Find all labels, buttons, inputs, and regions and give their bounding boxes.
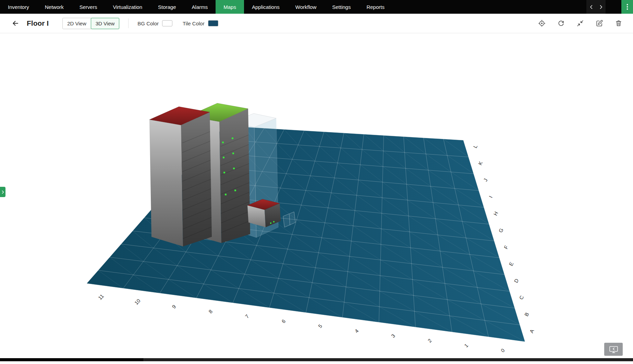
overflow-menu-button[interactable] bbox=[621, 0, 633, 14]
rack-tall-1 bbox=[149, 107, 212, 246]
svg-text:D: D bbox=[513, 278, 520, 283]
svg-text:6: 6 bbox=[280, 318, 287, 324]
vertical-ellipsis-icon bbox=[626, 4, 628, 10]
svg-text:3: 3 bbox=[390, 333, 396, 339]
svg-text:C: C bbox=[518, 294, 525, 300]
fit-screen-icon bbox=[576, 20, 584, 27]
floor-map-canvas[interactable]: 11109876543210ABCDEFGHIJKL bbox=[0, 33, 633, 361]
horizontal-scrollbar[interactable] bbox=[0, 358, 633, 361]
rack-small-1 bbox=[247, 199, 281, 227]
svg-text:I: I bbox=[488, 195, 494, 198]
nav-item-alarms[interactable]: Alarms bbox=[184, 0, 216, 14]
edit-button[interactable] bbox=[594, 18, 605, 29]
tile-color-swatch[interactable] bbox=[208, 20, 218, 26]
svg-text:L: L bbox=[472, 144, 478, 149]
nav-item-storage[interactable]: Storage bbox=[150, 0, 184, 14]
svg-text:J: J bbox=[482, 178, 489, 182]
svg-text:G: G bbox=[497, 227, 504, 233]
nav-item-workflow[interactable]: Workflow bbox=[288, 0, 324, 14]
bg-color-label: BG Color bbox=[137, 21, 159, 26]
rotate-button[interactable] bbox=[536, 18, 547, 29]
fit-screen-button[interactable] bbox=[575, 18, 586, 29]
svg-text:4: 4 bbox=[353, 328, 360, 334]
delete-button[interactable] bbox=[613, 18, 624, 29]
svg-text:E: E bbox=[508, 261, 515, 267]
toolbar-actions bbox=[536, 18, 624, 29]
svg-text:1: 1 bbox=[463, 342, 469, 349]
nav-item-reports[interactable]: Reports bbox=[358, 0, 392, 14]
toggle-2d-view[interactable]: 2D View bbox=[62, 18, 91, 29]
back-button[interactable] bbox=[9, 17, 22, 30]
view-toggle: 2D View3D View bbox=[62, 18, 119, 29]
nav-item-settings[interactable]: Settings bbox=[324, 0, 358, 14]
toolbar-divider bbox=[128, 19, 129, 28]
refresh-button[interactable] bbox=[556, 18, 567, 29]
chevron-right-icon bbox=[1, 190, 4, 194]
nav-item-maps[interactable]: Maps bbox=[216, 0, 244, 14]
nav-item-network[interactable]: Network bbox=[37, 0, 72, 14]
nav-menu: InventoryNetworkServersVirtualizationSto… bbox=[0, 0, 392, 14]
svg-text:2: 2 bbox=[427, 338, 433, 344]
chevron-left-icon bbox=[589, 5, 594, 9]
svg-text:7: 7 bbox=[244, 313, 250, 319]
chevron-right-icon bbox=[599, 5, 603, 9]
delete-icon bbox=[615, 20, 622, 27]
scrollbar-thumb[interactable] bbox=[0, 358, 144, 361]
svg-text:B: B bbox=[523, 312, 530, 317]
monitor-icon bbox=[609, 345, 618, 353]
bg-color-swatch[interactable] bbox=[162, 20, 172, 26]
nav-prev-button[interactable] bbox=[586, 0, 596, 14]
top-nav: InventoryNetworkServersVirtualizationSto… bbox=[0, 0, 633, 14]
display-view-button[interactable] bbox=[604, 343, 623, 356]
toggle-3d-view[interactable]: 3D View bbox=[91, 18, 120, 29]
nav-next-button[interactable] bbox=[596, 0, 606, 14]
arrow-left-icon bbox=[11, 19, 20, 27]
nav-item-inventory[interactable]: Inventory bbox=[0, 0, 37, 14]
nav-right-controls bbox=[586, 0, 633, 14]
floor-3d-scene[interactable]: 11109876543210ABCDEFGHIJKL bbox=[0, 33, 633, 361]
svg-text:H: H bbox=[492, 210, 499, 216]
svg-text:0: 0 bbox=[500, 347, 506, 353]
svg-text:9: 9 bbox=[171, 304, 177, 310]
svg-text:11: 11 bbox=[97, 293, 105, 301]
edit-icon bbox=[596, 20, 603, 27]
svg-text:5: 5 bbox=[317, 323, 323, 329]
nav-item-virtualization[interactable]: Virtualization bbox=[105, 0, 150, 14]
nav-item-applications[interactable]: Applications bbox=[244, 0, 288, 14]
app-root: InventoryNetworkServersVirtualizationSto… bbox=[0, 0, 633, 361]
nav-item-servers[interactable]: Servers bbox=[72, 0, 105, 14]
rotate-icon bbox=[538, 20, 546, 27]
svg-text:10: 10 bbox=[133, 298, 142, 306]
svg-text:8: 8 bbox=[207, 308, 214, 315]
svg-text:A: A bbox=[528, 328, 535, 334]
nav-scroll-arrows bbox=[586, 0, 606, 14]
floor-toolbar: Floor I 2D View3D View BG Color Tile Col… bbox=[0, 14, 633, 33]
page-title: Floor I bbox=[27, 19, 49, 27]
refresh-icon bbox=[557, 20, 565, 27]
svg-text:K: K bbox=[477, 160, 484, 166]
panel-expand-button[interactable] bbox=[0, 187, 5, 197]
tile-color-label: Tile Color bbox=[183, 21, 205, 26]
svg-text:F: F bbox=[503, 244, 509, 250]
